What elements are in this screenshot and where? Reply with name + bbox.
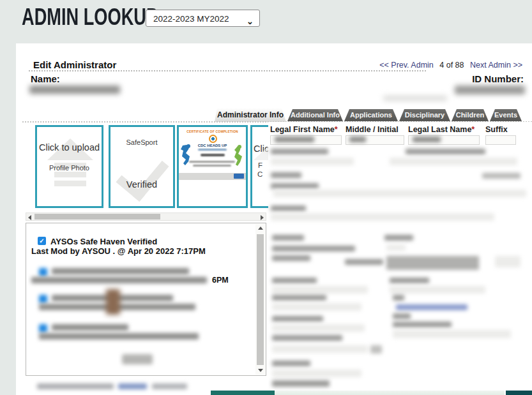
- certificate-title: CERTIFICATE OF COMPLETION: [179, 130, 246, 133]
- redacted-blob: [370, 345, 382, 354]
- redacted-field[interactable]: [272, 345, 368, 353]
- footer-bar: [211, 391, 275, 395]
- scroll-down-icon[interactable]: [258, 369, 263, 372]
- redacted-checkbox[interactable]: [39, 295, 47, 303]
- redacted-text: [31, 277, 207, 283]
- redacted-text: [52, 268, 189, 274]
- redacted-value: [349, 137, 366, 142]
- certifications-listbox: ✓ AYSOs Safe Haven Verified Last Mod by …: [26, 223, 266, 376]
- redacted-label: [271, 183, 319, 189]
- redacted-label: [393, 313, 411, 319]
- admin-pager: << Prev. Admin 4 of 88 Next Admin >>: [0, 61, 522, 70]
- upload-card-line1: Click to upload: [37, 142, 102, 153]
- scroll-up-icon[interactable]: [258, 227, 263, 230]
- id-number-label: ID Number:: [0, 73, 524, 84]
- vertical-scroll-thumb[interactable]: [257, 234, 264, 365]
- chevron-down-icon: ⌄: [247, 13, 254, 30]
- redacted-field[interactable]: [272, 286, 368, 294]
- redacted-field[interactable]: [386, 244, 406, 251]
- redacted-subtext: [383, 96, 447, 101]
- scroll-left-icon[interactable]: [28, 215, 31, 220]
- list-vertical-scrollbar[interactable]: [255, 224, 265, 375]
- prev-admin-link[interactable]: << Prev. Admin: [379, 61, 434, 70]
- upload-card-line2: Profile Photo: [37, 164, 102, 172]
- legal-first-name-label: Legal First Name*: [270, 125, 338, 134]
- title-divider: [29, 70, 426, 71]
- redacted-text: [52, 324, 128, 331]
- cert-subtitle-redacted: [198, 149, 227, 151]
- safesport-verified-card[interactable]: SafeSport Verified: [109, 125, 175, 208]
- scroll-right-icon[interactable]: [261, 215, 264, 220]
- redacted-label: [406, 149, 485, 154]
- cert-line-redacted: [193, 165, 231, 167]
- upload-arrow-bar: [54, 181, 86, 186]
- redacted-field[interactable]: [271, 213, 494, 221]
- redacted-photo: [106, 289, 120, 315]
- required-asterisk: *: [335, 125, 338, 134]
- suffix-field[interactable]: [485, 135, 516, 145]
- redacted-text: [39, 333, 199, 339]
- tab-disciplinary[interactable]: Disciplinary: [399, 109, 450, 121]
- redacted-checkbox[interactable]: [39, 324, 47, 332]
- tab-applications[interactable]: Applications: [344, 109, 398, 121]
- cards-horizontal-scrollbar[interactable]: [26, 212, 266, 221]
- redacted-field[interactable]: [390, 286, 485, 294]
- redacted-field[interactable]: [495, 256, 521, 267]
- redacted-field[interactable]: [390, 158, 517, 165]
- cert-line-redacted: [189, 161, 235, 163]
- redacted-field[interactable]: [272, 324, 365, 332]
- redacted-label: [272, 361, 310, 366]
- redacted-field[interactable]: [272, 303, 361, 311]
- cdc-certificate-card[interactable]: CERTIFICATE OF COMPLETION CDC HEADS UP: [177, 125, 248, 208]
- redacted-label: [482, 173, 521, 179]
- redacted-value: [413, 137, 441, 142]
- redacted-button[interactable]: [122, 354, 153, 364]
- redacted-field[interactable]: [272, 369, 361, 377]
- redacted-label: [272, 246, 355, 251]
- next-admin-link[interactable]: Next Admin >>: [470, 61, 522, 70]
- cert-name-redacted: [201, 154, 225, 156]
- redacted-label: [386, 256, 479, 270]
- redacted-link[interactable]: [396, 304, 467, 310]
- redacted-value: [275, 137, 314, 142]
- redacted-label: [272, 235, 304, 241]
- redacted-label: [272, 255, 310, 261]
- partial-card-line2: F: [258, 161, 262, 169]
- footer-corner-bar: [506, 391, 532, 395]
- soccer-player-blue-icon: [180, 144, 194, 167]
- timestamp-fragment: 6PM: [212, 276, 229, 285]
- profile-photo-upload-card[interactable]: Click to upload Profile Photo: [35, 125, 103, 208]
- tab-additional-info[interactable]: Additional Info: [287, 109, 343, 121]
- redacted-checkbox[interactable]: [39, 268, 47, 276]
- redacted-label: [393, 295, 404, 301]
- redacted-field[interactable]: [273, 190, 526, 197]
- tab-children[interactable]: Children: [452, 109, 489, 121]
- cert-share-badge: [234, 174, 244, 179]
- safe-haven-title: AYSOs Safe Haven Verified: [50, 237, 157, 246]
- administrator-info-form: Legal First Name* Middle / Initial Legal…: [268, 122, 532, 391]
- redacted-label: [272, 380, 330, 387]
- redacted-label: [345, 259, 383, 265]
- middle-initial-label: Middle / Initial: [346, 125, 399, 134]
- redacted-label: [272, 316, 323, 322]
- redacted-label: [271, 205, 306, 211]
- redacted-label: [393, 322, 452, 327]
- safesport-verified-label: Verified: [110, 179, 173, 190]
- partial-card-line3: C: [257, 170, 262, 178]
- tab-events[interactable]: Events: [490, 109, 522, 121]
- checkmark-icon: [116, 147, 169, 202]
- redacted-label: [390, 278, 429, 283]
- horizontal-scroll-thumb[interactable]: [34, 214, 160, 220]
- redacted-footer-link[interactable]: [118, 384, 147, 389]
- redacted-label: [272, 335, 342, 341]
- membership-year-select[interactable]: 2022-2023 MY2022 ⌄: [146, 10, 260, 27]
- safesport-label: SafeSport: [110, 138, 173, 146]
- cdc-logo-icon: [209, 135, 217, 143]
- safe-haven-checkbox[interactable]: ✓: [38, 237, 46, 245]
- tab-administrator-info[interactable]: Administrator Info: [215, 108, 286, 122]
- soccer-player-green-icon: [232, 145, 245, 167]
- pager-position: 4 of 88: [439, 61, 464, 70]
- redacted-field[interactable]: [271, 158, 354, 165]
- redacted-field[interactable]: [393, 330, 511, 338]
- redacted-footer-text: [152, 384, 187, 389]
